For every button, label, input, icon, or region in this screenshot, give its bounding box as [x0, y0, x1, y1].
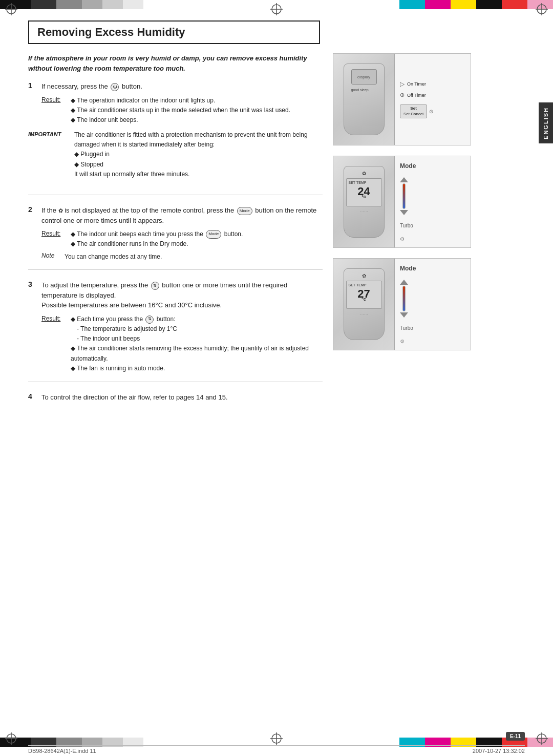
content-area: If the atmosphere in your room is very h…	[28, 53, 525, 425]
temp-arrows-3	[400, 280, 408, 318]
remote-image-1: display good sleep ▷ On Timer ⊕ Off Time…	[333, 53, 471, 145]
temp-button-icon: ⇅	[151, 282, 159, 290]
reg-mark-top-right	[536, 3, 548, 15]
note-text-2: You can change modes at any time.	[65, 252, 162, 261]
mode-button-icon: Mode	[237, 207, 252, 215]
temp-display-3: SET TEMP 27 °c	[346, 281, 382, 309]
important-text: The air conditioner is fitted with a pro…	[74, 130, 323, 179]
arrow-down-3	[400, 312, 408, 318]
step-1-text: If necessary, press the ⏻ button.	[41, 81, 142, 92]
remote-image-2: ✿ SET TEMP 24 °c ⋯⋯ Mode	[333, 156, 471, 248]
step-4: 4 To control the direction of the air fl…	[28, 392, 323, 415]
reg-mark-bottom-right	[536, 732, 548, 745]
temp-arrows-2	[400, 177, 408, 215]
step-number-4: 4	[28, 392, 36, 401]
step-3: 3 To adjust the temperature, press the ⇅…	[28, 280, 323, 382]
reg-mark-top-left	[5, 3, 17, 15]
remote-image-3: ✿ SET TEMP 27 °c ⋯⋯ Mode	[333, 258, 471, 350]
good-sleep-text: good sleep	[351, 88, 369, 92]
note-label-2: Note	[41, 252, 59, 259]
main-content: Removing Excess Humidity If the atmosphe…	[28, 15, 525, 738]
result-content-3: Each time you press the ⇅ button: - The …	[71, 314, 323, 373]
arrow-up-3	[400, 280, 408, 285]
step-3-text: To adjust the temperature, press the ⇅ b…	[41, 280, 323, 310]
mode-icon-inline-2: Mode	[206, 230, 221, 239]
remote-body-1: display good sleep	[333, 54, 395, 145]
remote-body-3: ✿ SET TEMP 27 °c ⋯⋯	[333, 259, 395, 350]
right-column: display good sleep ▷ On Timer ⊕ Off Time…	[333, 53, 476, 425]
step-number-3: 3	[28, 280, 36, 288]
result-label-1: Result:	[41, 96, 65, 125]
remote-buttons-3: Mode Turbo ⚙	[395, 259, 471, 350]
remote-buttons-2: Mode Turbo ⚙	[395, 156, 471, 247]
left-column: If the atmosphere in your room is very h…	[28, 53, 323, 425]
file-name: DB98-28642A(1)-E.indd 11	[28, 748, 96, 754]
side-language-label: ENGLISH	[539, 102, 553, 143]
date-stamp: 2007-10-27 13:32:02	[473, 748, 525, 754]
remote-body-2: ✿ SET TEMP 24 °c ⋯⋯	[333, 156, 395, 247]
arrow-up-2	[400, 177, 408, 182]
temp-display-2: SET TEMP 24 °c	[346, 178, 382, 206]
off-timer-row: ⊕ Off Timer	[400, 92, 426, 98]
step-1: 1 If necessary, press the ⏻ button. Resu…	[28, 81, 323, 195]
power-button-icon: ⏻	[111, 83, 119, 91]
page-title: Removing Excess Humidity	[28, 20, 320, 44]
result-label-3: Result:	[41, 314, 65, 373]
intro-paragraph: If the atmosphere in your room is very h…	[28, 53, 323, 73]
temp-button-icon-2: ⇅	[145, 316, 154, 324]
page-number-badge: E-11	[506, 732, 525, 741]
on-timer-row: ▷ On Timer	[400, 80, 426, 88]
important-label: IMPORTANT	[28, 130, 69, 137]
step-number-1: 1	[28, 81, 36, 90]
result-label-2: Result:	[41, 229, 65, 249]
step-number-2: 2	[28, 205, 36, 214]
reg-mark-bottom-left	[5, 732, 17, 745]
step-2: 2 If the ✿ is not displayed at the top o…	[28, 205, 323, 270]
page-footer: DB98-28642A(1)-E.indd 11 2007-10-27 13:3…	[28, 745, 525, 754]
turbo-label-3: Turbo	[400, 325, 413, 331]
step-2-text: If the ✿ is not displayed at the top of …	[41, 205, 323, 225]
result-content-1: The operation indicator on the indoor un…	[71, 96, 290, 125]
arrow-down-2	[400, 210, 408, 215]
mode-label-2: Mode	[400, 162, 416, 170]
turbo-label-2: Turbo	[400, 223, 413, 228]
remote-buttons-1: ▷ On Timer ⊕ Off Timer Set Set Cancel ⊙	[395, 54, 471, 145]
mode-label-3: Mode	[400, 265, 416, 272]
result-content-2: The indoor unit beeps each time you pres…	[71, 229, 243, 249]
reg-mark-top-center	[270, 3, 283, 15]
set-cancel-row: Set Set Cancel ⊙	[400, 104, 433, 118]
step-4-text: To control the direction of the air flow…	[41, 392, 228, 403]
